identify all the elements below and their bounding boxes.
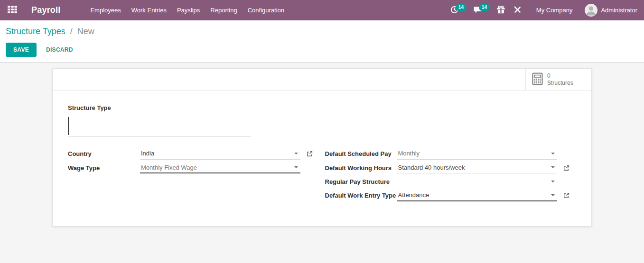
caret-down-icon[interactable] — [551, 153, 555, 154]
default-work-entry-type-value: Attendance — [398, 191, 429, 199]
wrench-icon — [513, 6, 522, 15]
default-working-hours-label: Default Working Hours — [325, 163, 397, 173]
rewards-button[interactable] — [493, 3, 509, 18]
breadcrumb-current: New — [77, 27, 94, 36]
field-row-default-work-entry-type: Default Work Entry Type Attendance — [325, 190, 570, 201]
save-button[interactable]: SAVE — [6, 43, 37, 57]
app-root: Payroll Employees Work Entries Payslips … — [0, 0, 644, 263]
field-row-wage-type: Wage Type Monthly Fixed Wage — [68, 163, 313, 174]
main-menu: Employees Work Entries Payslips Reportin… — [85, 0, 289, 20]
debug-tools-button[interactable] — [509, 3, 526, 18]
field-grid: Country India — [68, 148, 569, 204]
caret-down-icon[interactable] — [551, 166, 555, 168]
structure-type-group: Structure Type — [68, 103, 569, 137]
default-scheduled-pay-value: Monthly — [398, 150, 420, 157]
breadcrumb: Structure Types / New — [6, 27, 638, 36]
structures-count: 0 — [547, 73, 551, 80]
messages-button[interactable]: 14 — [469, 3, 486, 18]
country-field[interactable]: India — [140, 148, 300, 160]
structures-stat-text: 0 Structures — [547, 73, 573, 87]
menu-reporting[interactable]: Reporting — [205, 0, 242, 20]
content-area: 0 Structures Structure Type Country — [0, 63, 644, 263]
breadcrumb-structure-types[interactable]: Structure Types — [6, 27, 65, 36]
country-label: Country — [68, 148, 140, 159]
discard-button[interactable]: DISCARD — [39, 43, 80, 56]
menu-configuration[interactable]: Configuration — [243, 0, 289, 20]
text-cursor — [68, 117, 69, 135]
caret-down-icon[interactable] — [551, 194, 555, 196]
field-row-country: Country India — [68, 148, 313, 160]
structure-type-label: Structure Type — [68, 104, 111, 111]
menu-work-entries[interactable]: Work Entries — [126, 0, 172, 20]
navbar-systray: 14 14 — [446, 3, 637, 18]
menu-employees[interactable]: Employees — [85, 0, 126, 20]
calculator-icon — [532, 73, 543, 87]
default-scheduled-pay-label: Default Scheduled Pay — [325, 148, 397, 159]
top-navbar: Payroll Employees Work Entries Payslips … — [0, 0, 644, 20]
regular-pay-structure-field[interactable] — [397, 176, 558, 187]
app-title: Payroll — [31, 5, 60, 15]
menu-payslips[interactable]: Payslips — [172, 0, 205, 20]
apps-grid-icon — [8, 6, 17, 15]
default-working-hours-field[interactable]: Standard 40 hours/week — [397, 163, 558, 174]
structures-label: Structures — [547, 80, 573, 87]
user-name: Administrator — [601, 7, 637, 14]
company-switcher[interactable]: My Company — [531, 7, 579, 14]
structure-type-input[interactable] — [68, 115, 251, 137]
regular-pay-structure-label: Regular Pay Structure — [325, 176, 397, 187]
field-row-regular-pay-structure: Regular Pay Structure — [325, 176, 570, 187]
activities-button[interactable]: 14 — [446, 3, 463, 18]
form-body: Structure Type Country India — [53, 91, 591, 204]
working-hours-external-link-icon[interactable] — [563, 165, 569, 172]
breadcrumb-separator: / — [70, 27, 73, 36]
caret-down-icon[interactable] — [551, 181, 555, 182]
default-scheduled-pay-field[interactable]: Monthly — [397, 148, 558, 160]
button-box: 0 Structures — [53, 69, 591, 91]
activity-count-badge: 14 — [456, 4, 467, 11]
wage-type-value: Monthly Fixed Wage — [141, 164, 197, 172]
country-external-link-icon[interactable] — [306, 151, 313, 157]
gift-icon — [497, 6, 505, 15]
country-value: India — [141, 150, 154, 157]
default-work-entry-type-label: Default Work Entry Type — [325, 190, 397, 200]
message-count-badge: 14 — [479, 4, 490, 11]
apps-menu-button[interactable] — [6, 4, 19, 17]
right-column: Default Scheduled Pay Monthly Default Wo… — [325, 148, 570, 204]
caret-down-icon[interactable] — [294, 153, 298, 154]
field-row-default-working-hours: Default Working Hours Standard 40 hours/… — [325, 163, 570, 174]
control-panel: Structure Types / New SAVE DISCARD — [0, 20, 644, 63]
work-entry-type-external-link-icon[interactable] — [563, 192, 569, 199]
user-menu[interactable]: Administrator — [585, 4, 637, 17]
default-working-hours-value: Standard 40 hours/week — [398, 164, 465, 172]
default-work-entry-type-field[interactable]: Attendance — [397, 190, 558, 201]
control-panel-buttons: SAVE DISCARD — [6, 43, 638, 57]
caret-down-icon[interactable] — [294, 166, 298, 168]
form-sheet: 0 Structures Structure Type Country — [52, 68, 592, 227]
wage-type-label: Wage Type — [68, 163, 140, 173]
structures-stat-button[interactable]: 0 Structures — [525, 69, 591, 90]
left-column: Country India — [68, 148, 313, 204]
user-avatar — [585, 4, 597, 17]
field-row-default-scheduled-pay: Default Scheduled Pay Monthly — [325, 148, 570, 160]
wage-type-field[interactable]: Monthly Fixed Wage — [140, 163, 300, 174]
